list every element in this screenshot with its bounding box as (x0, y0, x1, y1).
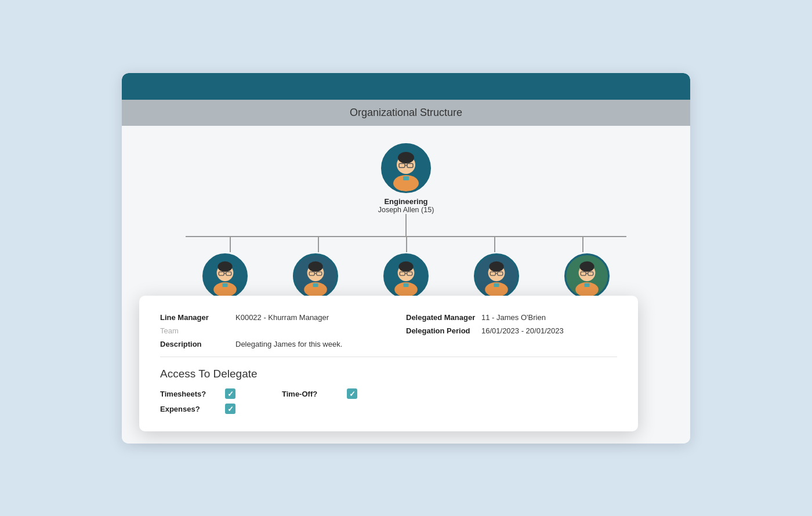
details-left-col: Line Manager K00022 - Khurram Manager Te… (160, 313, 371, 348)
delegation-period-value: 16/01/2023 - 20/01/2023 (481, 326, 564, 335)
svg-rect-31 (404, 283, 409, 286)
svg-rect-47 (585, 283, 590, 286)
access-grid: Timesheets? Expenses? Time-Off? (160, 388, 617, 414)
access-col-left: Timesheets? Expenses? (160, 388, 235, 414)
expenses-item: Expenses? (160, 404, 235, 414)
child-avatar-2 (383, 253, 429, 299)
child-avatar-3 (474, 253, 519, 299)
description-item: Description Delegating James for this we… (160, 340, 371, 348)
details-top-row: Line Manager K00022 - Khurram Manager Te… (160, 313, 617, 348)
svg-rect-15 (223, 283, 228, 286)
svg-point-11 (217, 261, 232, 271)
child-avatar-0 (202, 253, 248, 299)
team-item: Team (160, 326, 371, 335)
root-name: Joseph Allen (15) (378, 206, 434, 214)
root-dept: Engineering (378, 197, 434, 206)
team-label: Team (160, 326, 230, 335)
access-section-title: Access To Delegate (160, 368, 617, 380)
timesheets-label: Timesheets? (160, 390, 218, 398)
details-popup: Line Manager K00022 - Khurram Manager Te… (139, 296, 638, 431)
delegated-manager-label: Delegated Manager (406, 313, 476, 322)
child-avatar-4 (564, 253, 610, 299)
access-col-right: Time-Off? (282, 388, 357, 414)
svg-point-43 (579, 261, 594, 271)
expenses-checkbox[interactable] (225, 404, 235, 414)
svg-point-27 (398, 261, 413, 271)
line-manager-value: K00022 - Khurram Manager (235, 313, 329, 322)
svg-rect-39 (494, 283, 499, 286)
svg-rect-7 (403, 176, 409, 180)
root-avatar (381, 143, 431, 193)
timesheets-checkbox[interactable] (225, 388, 235, 399)
svg-point-3 (398, 152, 414, 163)
expenses-label: Expenses? (160, 405, 218, 413)
line-manager-item: Line Manager K00022 - Khurram Manager (160, 313, 371, 322)
org-title: Organizational Structure (350, 107, 462, 118)
child-avatar-1 (293, 253, 338, 299)
timeoff-checkbox[interactable] (347, 388, 357, 399)
top-bar (122, 73, 690, 100)
svg-point-19 (308, 261, 322, 271)
delegated-manager-value: 11 - James O'Brien (481, 313, 546, 322)
timeoff-label: Time-Off? (282, 390, 340, 398)
svg-rect-23 (313, 283, 318, 286)
divider (160, 357, 617, 357)
description-label: Description (160, 340, 230, 348)
delegation-period-label: Delegation Period (406, 326, 476, 335)
timeoff-item: Time-Off? (282, 388, 357, 399)
details-right-col: Delegated Manager 11 - James O'Brien Del… (406, 313, 617, 348)
line-manager-label: Line Manager (160, 313, 230, 322)
root-node[interactable]: Engineering Joseph Allen (15) (378, 143, 434, 214)
h-line-children (186, 236, 626, 237)
root-label: Engineering Joseph Allen (15) (378, 197, 434, 214)
svg-point-35 (489, 261, 503, 271)
v-line-root (405, 214, 407, 236)
description-value: Delegating James for this week. (235, 340, 342, 348)
delegated-manager-item: Delegated Manager 11 - James O'Brien (406, 313, 617, 322)
timesheets-item: Timesheets? (160, 388, 235, 399)
delegation-period-item: Delegation Period 16/01/2023 - 20/01/202… (406, 326, 617, 335)
card-title: Organizational Structure (122, 100, 690, 126)
